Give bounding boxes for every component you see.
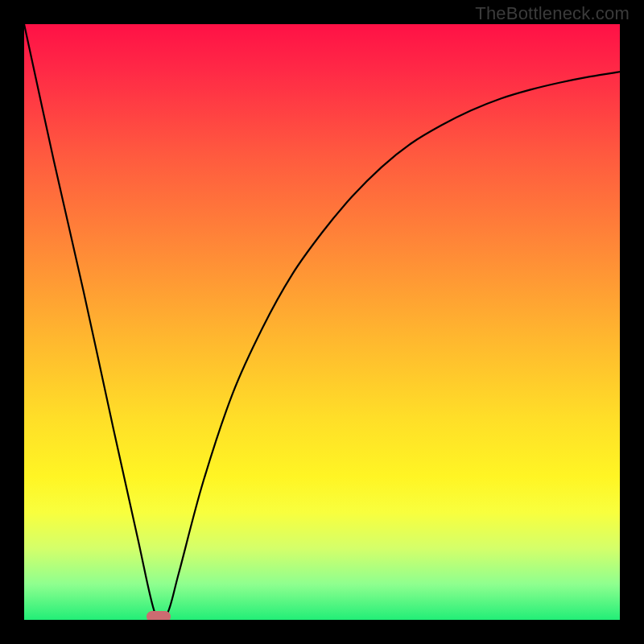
min-marker	[147, 611, 171, 620]
chart-frame: TheBottleneck.com	[0, 0, 644, 644]
curve-svg	[24, 24, 620, 620]
watermark-text: TheBottleneck.com	[475, 3, 630, 24]
curve-path	[24, 24, 620, 620]
plot-area	[24, 24, 620, 620]
